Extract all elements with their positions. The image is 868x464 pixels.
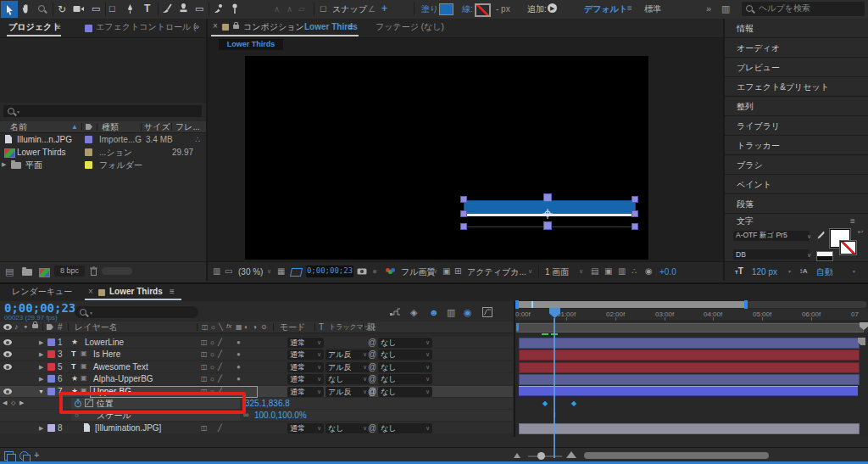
label-chip[interactable]	[47, 363, 55, 371]
snap-angle-icon[interactable]: ∠	[368, 4, 376, 14]
label-chip[interactable]	[85, 136, 92, 143]
tab-render-queue[interactable]: レンダーキュー	[12, 287, 72, 297]
sort-ascending-icon[interactable]: ▲	[71, 123, 78, 131]
timeline-search-box[interactable]: ▼	[75, 306, 198, 318]
panel-header-tracker[interactable]: トラッカー	[725, 136, 868, 155]
workspace-menu-icon[interactable]: ≡	[627, 3, 632, 14]
selection-handle[interactable]	[460, 196, 467, 203]
tab-comp-timeline[interactable]: Lower Thirds	[109, 287, 163, 297]
add-button[interactable]: ▶	[548, 3, 557, 13]
panel-header-effects-presets[interactable]: エフェクト&プリセット	[725, 77, 868, 97]
show-snapshot-icon[interactable]: ●	[372, 266, 377, 277]
column-fps[interactable]: フレ...	[175, 122, 200, 132]
layer-bar-selected[interactable]	[519, 386, 858, 396]
adjustment-switch-icon[interactable]: ◑	[253, 323, 257, 332]
selection-tool-button[interactable]	[1, 1, 18, 18]
font-family-chevron[interactable]: ∨	[807, 233, 811, 240]
workspace-standard-button[interactable]: 標準	[644, 4, 661, 14]
collapse-switch-icon[interactable]: ☼	[210, 323, 216, 332]
character-menu-icon[interactable]: ≡	[850, 216, 855, 226]
anchor-point-icon[interactable]	[542, 209, 553, 219]
font-size-value[interactable]: 120 px	[752, 267, 777, 277]
snap-grid-icon[interactable]: +	[381, 3, 387, 14]
fast-previews-icon[interactable]: ▣	[604, 266, 612, 277]
quality-switch-icon[interactable]: ╲	[219, 323, 223, 332]
fx-switch-icon[interactable]: fx	[226, 322, 231, 331]
default-fill-stroke-swatch[interactable]	[816, 251, 833, 261]
mode-select[interactable]: 通常∨	[287, 374, 324, 384]
help-search-input[interactable]	[757, 3, 862, 14]
playhead-line[interactable]	[554, 318, 555, 458]
label-column-icon[interactable]	[86, 124, 92, 130]
zoom-level-dropdown[interactable]: (30 %)	[238, 267, 263, 277]
shy-switch[interactable]: ◫	[201, 424, 208, 433]
tab-overflow-icon[interactable]: »	[194, 21, 199, 32]
navigator-end-handle[interactable]	[744, 300, 748, 309]
rotate-tool-button[interactable]: ↻	[58, 3, 66, 15]
time-ruler[interactable]: 0:00f 01:00f 02:00f 03:00f 04:00f 05:00f…	[515, 309, 868, 321]
font-style-chevron[interactable]: ∨	[807, 252, 811, 259]
panel-header-preview[interactable]: プレビュー	[725, 58, 868, 77]
layer-name[interactable]: Is Here	[93, 349, 120, 360]
view-layout-dropdown[interactable]: 1 画面	[545, 267, 569, 277]
project-row-comp[interactable]: Lower Thirds ...ション 29.97	[0, 146, 206, 159]
workspace-default-button[interactable]: デフォルト	[584, 4, 627, 14]
timeline-zoom-slider-knob[interactable]	[537, 452, 545, 460]
eraser-tool-button[interactable]: ▭	[195, 3, 203, 14]
audio-column-icon[interactable]: ♪	[14, 322, 19, 332]
selection-handle[interactable]	[632, 210, 638, 217]
quality-switch[interactable]: ╱	[218, 338, 222, 347]
draft-3d-icon[interactable]: ◈	[410, 307, 417, 318]
label-chip[interactable]	[47, 388, 55, 395]
parent-select[interactable]: なし∨	[378, 349, 432, 360]
quality-switch[interactable]: ╱	[218, 424, 222, 433]
parent-pickwhip-icon[interactable]: @	[368, 374, 376, 384]
eye-icon[interactable]	[3, 364, 12, 370]
selection-handle[interactable]	[632, 196, 638, 203]
track-matte-select[interactable]: アル反∨	[326, 387, 370, 397]
region-of-interest-icon[interactable]	[290, 268, 303, 277]
mode-select[interactable]: 通常∨	[287, 362, 324, 372]
parent-select[interactable]: なし∨	[378, 374, 432, 384]
expand-arrow-icon[interactable]: ▶	[39, 351, 43, 358]
track-matte-select[interactable]: アル反∨	[326, 362, 370, 372]
timeline-tab-menu-icon[interactable]: ≡	[170, 287, 175, 297]
label-chip[interactable]	[47, 350, 55, 358]
keyframe[interactable]: ◆	[542, 400, 548, 408]
project-tab-menu-icon[interactable]: ≡	[56, 22, 61, 32]
bit-depth-button[interactable]: 8 bpc	[54, 266, 85, 277]
quality-dropdown[interactable]: フル画質	[401, 267, 435, 277]
panel-header-info[interactable]: 情報	[725, 19, 868, 38]
lock-column-icon[interactable]	[32, 324, 38, 328]
layer-row[interactable]: ▶ 5 T ▣ Awesome Text ◫ ☼ ╱ ● 通常∨ アル反∨ @ …	[0, 361, 513, 372]
grid-options-icon[interactable]: ⊞	[454, 266, 461, 277]
property-value[interactable]: 325.1,836.8	[245, 399, 290, 409]
collapse-switch[interactable]: ☼	[209, 363, 215, 372]
flowchart-button-icon[interactable]: ∴	[632, 266, 637, 277]
workspace-overflow-icon[interactable]: »	[706, 3, 711, 14]
leading-value[interactable]: 自動	[816, 267, 833, 277]
panel-header-align[interactable]: 整列	[725, 97, 868, 116]
mode-select[interactable]: 通常∨	[287, 423, 324, 433]
panel-header-character[interactable]: 文字 ≡	[725, 214, 868, 229]
label-chip[interactable]	[47, 338, 55, 346]
parent-pickwhip-icon[interactable]: @	[368, 338, 376, 348]
pan-behind-tool-button[interactable]: ▭	[92, 3, 100, 14]
collapse-switch[interactable]: ☼	[209, 350, 215, 359]
zoom-out-mountain-icon[interactable]	[514, 453, 520, 458]
parent-select[interactable]: なし∨	[378, 423, 432, 433]
monitor-icon[interactable]: ▭	[225, 266, 232, 277]
timecode-box[interactable]: 0;00;00;23	[306, 266, 353, 277]
leading-caret[interactable]: ▼	[852, 269, 856, 274]
panel-header-libraries[interactable]: ライブラリ	[725, 116, 868, 136]
parent-pickwhip-icon[interactable]: @	[368, 423, 376, 433]
frame-blend-switch[interactable]: ●	[236, 375, 241, 383]
solo-column-icon[interactable]: ●	[24, 323, 27, 330]
expand-in-out-icon[interactable]: +	[34, 450, 39, 461]
track-matte-select[interactable]: アル反∨	[326, 349, 370, 360]
frame-blend-switch[interactable]: ●	[236, 363, 241, 372]
motion-blur-switch-icon[interactable]: ◐	[244, 323, 248, 332]
frame-blend-switch-icon[interactable]: ▦	[236, 323, 242, 332]
parent-select[interactable]: なし∨	[378, 338, 432, 348]
expand-arrow-icon[interactable]: ▶	[2, 161, 6, 168]
